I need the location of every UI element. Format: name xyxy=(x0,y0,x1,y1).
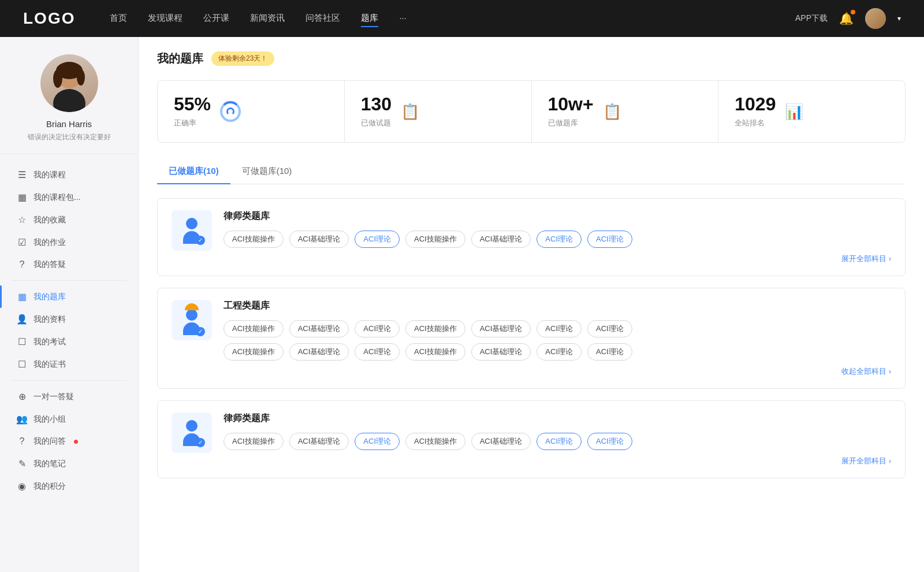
bank-tag[interactable]: ACI基础理论 xyxy=(471,343,531,361)
sidebar-item-course-package[interactable]: ▦我的课程包... xyxy=(0,186,138,209)
bank-tag[interactable]: ACI理论 xyxy=(355,320,400,337)
bank-tag[interactable]: ACI技能操作 xyxy=(223,433,284,450)
avatar[interactable] xyxy=(865,8,886,29)
sidebar-item-course[interactable]: ☰我的课程 xyxy=(0,164,138,186)
bank-content: 工程类题库 ACI技能操作ACI基础理论ACI理论ACI技能操作ACI基础理论A… xyxy=(223,300,891,377)
bank-tag[interactable]: ACI理论 xyxy=(355,231,400,248)
bank-icon-container: ✓ xyxy=(172,413,212,453)
navbar-item-问答社区[interactable]: 问答社区 xyxy=(305,10,340,27)
navbar-item-公开课[interactable]: 公开课 xyxy=(203,10,229,27)
bank-tag[interactable]: ACI基础理论 xyxy=(289,343,349,361)
bank-tag[interactable]: ACI技能操作 xyxy=(405,343,465,361)
list-yellow-icon: 📋 xyxy=(603,103,621,121)
bank-tag[interactable]: ACI理论 xyxy=(355,433,400,450)
chevron-down-icon[interactable]: ▾ xyxy=(897,14,901,23)
bar-red-icon: 📊 xyxy=(785,103,803,121)
bank-tag[interactable]: ACI理论 xyxy=(536,433,582,450)
tabs: 已做题库(10)可做题库(10) xyxy=(157,159,906,184)
bank-tag[interactable]: ACI理论 xyxy=(587,433,632,450)
bank-tag[interactable]: ACI基础理论 xyxy=(471,433,531,450)
sidebar-item-question-bank[interactable]: ▦我的题库 xyxy=(0,285,138,308)
bank-tag[interactable]: ACI理论 xyxy=(355,343,400,361)
sidebar-item-certificate[interactable]: ☐我的证书 xyxy=(0,353,138,376)
tab-可做题库(10)[interactable]: 可做题库(10) xyxy=(230,159,304,184)
helmet xyxy=(185,303,199,310)
navbar-item-题库[interactable]: 题库 xyxy=(361,10,378,27)
bank-tag[interactable]: ACI技能操作 xyxy=(405,231,465,248)
bank-tag[interactable]: ACI技能操作 xyxy=(223,231,284,248)
check-badge: ✓ xyxy=(196,327,205,336)
bank-tag[interactable]: ACI基础理论 xyxy=(289,433,349,450)
sidebar-item-profile[interactable]: 👤我的资料 xyxy=(0,308,138,330)
sidebar-item-favorites[interactable]: ☆我的收藏 xyxy=(0,209,138,231)
menu-icon-question-bank: ▦ xyxy=(16,291,28,302)
bank-tag[interactable]: ACI基础理论 xyxy=(289,320,349,337)
engineer-icon: ✓ xyxy=(183,306,200,335)
bank-tag[interactable]: ACI基础理论 xyxy=(471,231,531,248)
sidebar-item-homework[interactable]: ☑我的作业 xyxy=(0,231,138,254)
page-wrapper: Brian Harris 错误的决定比没有决定要好 ☰我的课程▦我的课程包...… xyxy=(0,37,924,572)
bank-tag[interactable]: ACI理论 xyxy=(536,231,582,248)
bank-expand-btn[interactable]: 展开全部科目 › xyxy=(223,456,891,466)
sidebar-item-group[interactable]: 👥我的小组 xyxy=(0,408,138,430)
stat-value: 130 xyxy=(361,95,392,113)
bank-tag[interactable]: ACI技能操作 xyxy=(223,343,284,361)
sidebar-item-my-questions[interactable]: ?我的问答 xyxy=(0,430,138,452)
bank-section-bank1: ✓ 律师类题库 ACI技能操作ACI基础理论ACI理论ACI技能操作ACI基础理… xyxy=(157,198,906,276)
stat-value: 10w+ xyxy=(548,95,594,113)
menu-label-notes: 我的笔记 xyxy=(33,459,66,469)
navbar-item-新闻资讯[interactable]: 新闻资讯 xyxy=(250,10,285,27)
stat-card-正确率: 55% 正确率 xyxy=(158,81,345,142)
bank-tag[interactable]: ACI基础理论 xyxy=(471,320,531,337)
menu-icon-questions: ? xyxy=(16,259,28,270)
stat-info: 55% 正确率 xyxy=(174,95,211,128)
bank-tags: ACI技能操作ACI基础理论ACI理论ACI技能操作ACI基础理论ACI理论AC… xyxy=(223,320,891,337)
bank-tag[interactable]: ACI理论 xyxy=(587,320,632,337)
bank-tag[interactable]: ACI基础理论 xyxy=(289,231,349,248)
stat-label: 已做题库 xyxy=(548,118,594,128)
navbar-item-···[interactable]: ··· xyxy=(399,10,407,27)
sidebar-item-exam[interactable]: ☐我的考试 xyxy=(0,330,138,353)
bank-tag[interactable]: ACI理论 xyxy=(536,320,582,337)
bank-tag[interactable]: ACI技能操作 xyxy=(405,320,465,337)
navbar-item-首页[interactable]: 首页 xyxy=(110,10,127,27)
menu-label-points: 我的积分 xyxy=(33,481,66,492)
menu-label-questions: 我的答疑 xyxy=(33,259,66,270)
navbar-item-发现课程[interactable]: 发现课程 xyxy=(148,10,182,27)
bank-tags-row2: ACI技能操作ACI基础理论ACI理论ACI技能操作ACI基础理论ACI理论AC… xyxy=(223,343,891,361)
bank-expand-btn[interactable]: 展开全部科目 › xyxy=(223,254,891,264)
sidebar-item-notes[interactable]: ✎我的笔记 xyxy=(0,452,138,475)
bank-tag[interactable]: ACI理论 xyxy=(536,343,582,361)
avatar-image xyxy=(40,54,98,112)
bank-tag[interactable]: ACI技能操作 xyxy=(223,320,284,337)
menu-icon-my-questions: ? xyxy=(16,436,28,447)
bank-tag[interactable]: ACI技能操作 xyxy=(405,433,465,450)
menu-icon-favorites: ☆ xyxy=(16,214,28,225)
trial-badge: 体验剩余23天！ xyxy=(211,51,274,66)
bank-tags: ACI技能操作ACI基础理论ACI理论ACI技能操作ACI基础理论ACI理论AC… xyxy=(223,231,891,248)
lawyer-icon: ✓ xyxy=(183,218,200,244)
person-head xyxy=(186,420,198,432)
bank-collapse-btn[interactable]: 收起全部科目 › xyxy=(223,366,891,377)
sidebar-item-one-on-one[interactable]: ⊕一对一答疑 xyxy=(0,385,138,408)
stat-card-已做题库: 10w+ 已做题库 📋 xyxy=(532,81,719,142)
bank-section-bank3: ✓ 律师类题库 ACI技能操作ACI基础理论ACI理论ACI技能操作ACI基础理… xyxy=(157,400,906,478)
bank-tag[interactable]: ACI理论 xyxy=(587,231,632,248)
tab-已做题库(10)[interactable]: 已做题库(10) xyxy=(157,159,230,184)
navbar: LOGO 首页发现课程公开课新闻资讯问答社区题库··· APP下载 🔔 ▾ xyxy=(0,0,924,37)
menu-label-exam: 我的考试 xyxy=(33,337,66,347)
sidebar-username: Brian Harris xyxy=(46,119,92,129)
sidebar-item-questions[interactable]: ?我的答疑 xyxy=(0,254,138,276)
notification-bell[interactable]: 🔔 xyxy=(839,12,854,25)
app-download-button[interactable]: APP下载 xyxy=(795,13,828,24)
stats-row: 55% 正确率 130 已做试题 📋 10w+ 已做题库 📋 1029 全站排名… xyxy=(157,80,906,143)
bank-tags: ACI技能操作ACI基础理论ACI理论ACI技能操作ACI基础理论ACI理论AC… xyxy=(223,433,891,450)
person-head xyxy=(186,218,198,229)
bank-tag[interactable]: ACI理论 xyxy=(587,343,632,361)
stat-label: 已做试题 xyxy=(361,118,392,128)
sidebar-item-points[interactable]: ◉我的积分 xyxy=(0,475,138,497)
person-head xyxy=(186,309,198,321)
bank-icon-container: ✓ xyxy=(172,300,212,340)
chart-circle-icon xyxy=(220,101,241,122)
menu-icon-exam: ☐ xyxy=(16,336,28,347)
